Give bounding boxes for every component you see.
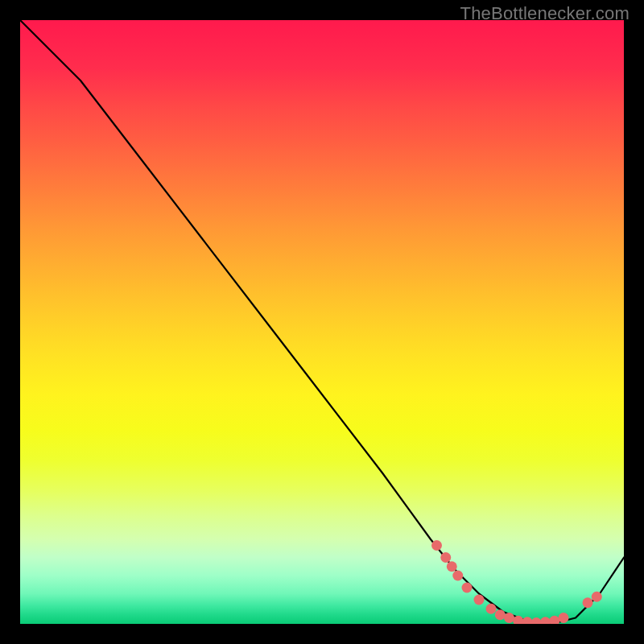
chart-marker bbox=[504, 613, 514, 623]
chart-marker bbox=[495, 609, 506, 620]
chart-marker bbox=[583, 597, 593, 608]
chart-markers bbox=[431, 540, 602, 624]
chart-marker bbox=[440, 552, 451, 563]
chart-marker bbox=[486, 604, 497, 614]
chart-svg bbox=[20, 20, 624, 624]
chart-marker bbox=[592, 592, 602, 602]
chart-marker bbox=[540, 617, 551, 624]
chart-marker bbox=[549, 616, 559, 624]
chart-plot-area bbox=[20, 20, 624, 624]
chart-marker bbox=[462, 583, 473, 593]
chart-marker bbox=[531, 617, 542, 624]
chart-marker bbox=[447, 561, 457, 572]
chart-line bbox=[20, 20, 624, 624]
chart-marker bbox=[522, 617, 533, 624]
chart-marker bbox=[474, 595, 485, 605]
chart-marker bbox=[431, 540, 442, 551]
attribution-text: TheBottlenecker.com bbox=[460, 3, 630, 24]
chart-marker bbox=[559, 613, 569, 623]
chart-marker bbox=[452, 571, 463, 581]
